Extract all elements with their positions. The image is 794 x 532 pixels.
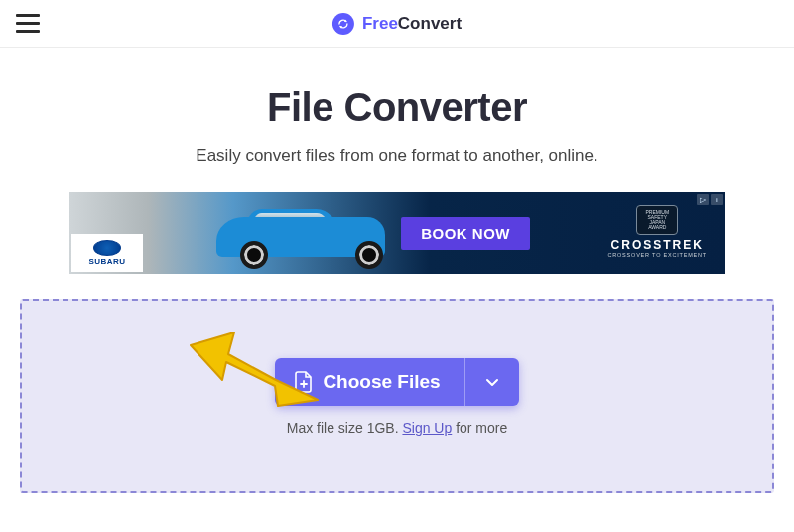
ad-cta-button[interactable]: BOOK NOW bbox=[401, 217, 530, 250]
brand-text-convert: Convert bbox=[398, 14, 462, 33]
ad-brand-name: CROSSTREK bbox=[608, 238, 708, 252]
brand-circle-icon bbox=[332, 13, 354, 35]
ad-shield-icon: PREMIUM SAFETY JAPAN AWARD bbox=[636, 205, 678, 235]
file-add-icon bbox=[295, 371, 313, 393]
choose-files-label: Choose Files bbox=[323, 371, 440, 393]
max-file-text: Max file size 1GB. Sign Up for more bbox=[42, 420, 752, 436]
brand-logo[interactable]: FreeConvert bbox=[332, 13, 462, 35]
ad-car-image bbox=[198, 203, 422, 271]
ad-brand-block: PREMIUM SAFETY JAPAN AWARD CROSSTREK CRO… bbox=[608, 205, 708, 258]
choose-files-button[interactable]: Choose Files bbox=[275, 358, 518, 406]
chevron-down-icon bbox=[485, 375, 499, 389]
hamburger-menu[interactable] bbox=[16, 14, 40, 33]
ad-subaru-badge: SUBARU bbox=[71, 234, 143, 272]
signup-link[interactable]: Sign Up bbox=[402, 420, 452, 436]
ad-brand-tagline: CROSSOVER TO EXCITEMENT bbox=[608, 252, 708, 258]
ad-badge-text: SUBARU bbox=[88, 257, 125, 266]
brand-text-free: Free bbox=[362, 14, 398, 33]
page-title: File Converter bbox=[20, 85, 774, 130]
ad-info-icon: i bbox=[711, 194, 723, 205]
main-content: File Converter Easily convert files from… bbox=[0, 48, 794, 493]
ad-adchoices[interactable]: ▷ i bbox=[697, 194, 723, 205]
subaru-logo-icon bbox=[93, 240, 121, 256]
site-header: FreeConvert bbox=[0, 0, 794, 48]
file-dropzone[interactable]: Choose Files Max file size 1GB. Sign Up … bbox=[20, 299, 774, 493]
adchoice-icon: ▷ bbox=[697, 194, 709, 205]
choose-files-dropdown[interactable] bbox=[465, 375, 519, 389]
page-subtitle: Easily convert files from one format to … bbox=[20, 146, 774, 166]
ad-banner[interactable]: ▷ i SUBARU BOOK NOW PREMIUM SAFETY JAPAN… bbox=[69, 192, 725, 274]
